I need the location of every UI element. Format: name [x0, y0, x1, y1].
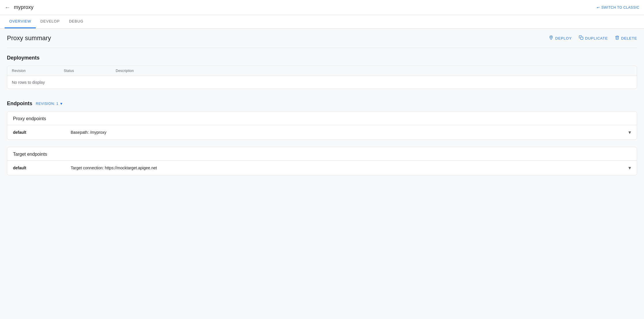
endpoints-section: Endpoints REVISION: 1 ▼ Proxy endpoints …	[7, 94, 637, 187]
proxy-endpoint-name: default	[13, 130, 71, 135]
duplicate-icon	[579, 35, 583, 41]
chevron-down-icon: ▼	[60, 102, 63, 106]
svg-rect-0	[581, 37, 583, 40]
revision-label: REVISION: 1	[36, 102, 59, 106]
tabs-bar: OVERVIEW DEVELOP DEBUG	[0, 15, 644, 29]
proxy-endpoints-card-title: Proxy endpoints	[7, 112, 637, 125]
duplicate-button[interactable]: DUPLICATE	[579, 35, 608, 41]
endpoints-header-row: Endpoints REVISION: 1 ▼	[7, 101, 637, 107]
revision-dropdown[interactable]: REVISION: 1 ▼	[36, 102, 63, 106]
switch-classic-label: SWITCH TO CLASSIC	[601, 5, 639, 10]
deploy-button[interactable]: DEPLOY	[549, 35, 572, 41]
expand-proxy-endpoint-icon[interactable]: ▾	[619, 129, 631, 136]
col-revision: Revision	[12, 69, 64, 73]
back-button[interactable]: ←	[5, 4, 10, 11]
target-endpoint-name: default	[13, 166, 71, 170]
target-endpoint-row-default: default Target connection: https://mockt…	[7, 160, 637, 175]
proxy-endpoints-card: Proxy endpoints default Basepath: /mypro…	[7, 111, 637, 140]
table-header: Revision Status Description	[7, 66, 637, 76]
proxy-summary-header: Proxy summary DEPLOY DUPL	[7, 29, 637, 48]
proxy-endpoint-info: Basepath: /myproxy	[71, 130, 619, 135]
switch-to-classic-button[interactable]: ↩ SWITCH TO CLASSIC	[597, 5, 639, 10]
deployments-section: Deployments Revision Status Description …	[7, 48, 637, 94]
switch-icon: ↩	[597, 5, 600, 10]
main-content: Proxy summary DEPLOY DUPL	[0, 29, 644, 187]
tab-overview[interactable]: OVERVIEW	[5, 15, 36, 28]
expand-target-endpoint-icon[interactable]: ▾	[619, 165, 631, 171]
delete-label: DELETE	[621, 36, 637, 40]
target-endpoints-card-title: Target endpoints	[7, 147, 637, 160]
action-buttons: DEPLOY DUPLICATE	[549, 35, 637, 41]
col-description: Description	[116, 69, 632, 73]
col-status: Status	[64, 69, 116, 73]
target-endpoint-info: Target connection: https://mocktarget.ap…	[71, 166, 619, 170]
deploy-icon	[549, 35, 553, 41]
target-endpoints-card: Target endpoints default Target connecti…	[7, 147, 637, 175]
duplicate-label: DUPLICATE	[585, 36, 608, 40]
delete-button[interactable]: DELETE	[615, 35, 637, 41]
tab-develop[interactable]: DEVELOP	[36, 15, 64, 28]
proxy-summary-title: Proxy summary	[7, 34, 51, 42]
page-title: myproxy	[14, 4, 597, 10]
back-icon: ←	[5, 4, 10, 11]
deployments-table: Revision Status Description No rows to d…	[7, 66, 637, 89]
deploy-label: DEPLOY	[555, 36, 572, 40]
table-empty-message: No rows to display	[7, 76, 637, 89]
delete-icon	[615, 35, 619, 41]
endpoints-title: Endpoints	[7, 101, 32, 107]
proxy-endpoint-row-default: default Basepath: /myproxy ▾	[7, 125, 637, 140]
top-bar: ← myproxy ↩ SWITCH TO CLASSIC	[0, 0, 644, 15]
tab-debug[interactable]: DEBUG	[64, 15, 88, 28]
deployments-title: Deployments	[7, 55, 637, 61]
